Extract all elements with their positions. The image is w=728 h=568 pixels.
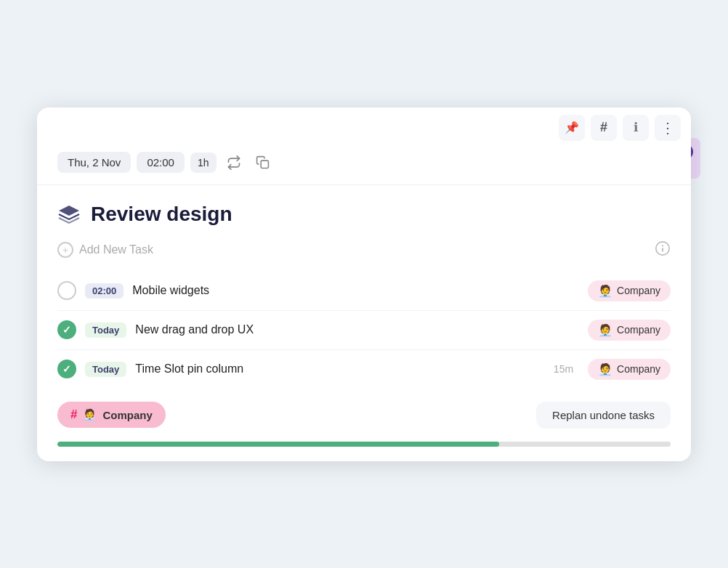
copy-button[interactable] — [251, 151, 275, 174]
more-button[interactable]: ⋮ — [655, 115, 681, 141]
company-emoji-3: 🧑‍💼 — [598, 362, 612, 376]
add-task-label: Add New Task — [79, 243, 153, 256]
progress-bar-fill — [57, 442, 499, 447]
toolbar: 📌 # ℹ ⋮ — [37, 107, 691, 144]
task-name-3: Time Slot pin column — [135, 362, 545, 376]
footer-emoji: 🧑‍💼 — [83, 408, 97, 421]
company-tag-2[interactable]: 🧑‍💼 Company — [588, 320, 671, 341]
task-checkbox-2[interactable] — [57, 320, 76, 339]
company-label-3: Company — [617, 363, 660, 375]
task-time-badge-1: 02:00 — [85, 283, 124, 299]
footer: # 🧑‍💼 Company Replan undone tasks — [37, 389, 691, 434]
task-name-1: Mobile widgets — [132, 284, 579, 297]
svg-marker-1 — [59, 206, 79, 216]
task-checkbox-1[interactable] — [57, 281, 76, 300]
event-card: 📌 # ℹ ⋮ Thu, 2 Nov 02:00 1h — [37, 107, 691, 461]
hash-icon: # — [600, 120, 607, 135]
footer-tag-label: Company — [102, 409, 152, 421]
svg-rect-0 — [261, 161, 268, 168]
time-badge[interactable]: 02:00 — [137, 152, 185, 173]
footer-hash-icon: # — [70, 407, 77, 422]
plus-circle-icon: + — [57, 242, 73, 258]
add-task-row: + Add New Task — [37, 238, 691, 272]
more-icon: ⋮ — [660, 119, 675, 137]
task-list: 02:00 Mobile widgets 🧑‍💼 Company Today N… — [37, 272, 691, 389]
progress-bar-container — [57, 442, 671, 447]
info-icon: ℹ — [634, 120, 638, 135]
company-tag-3[interactable]: 🧑‍💼 Company — [588, 359, 671, 380]
replan-button[interactable]: Replan undone tasks — [536, 402, 671, 429]
footer-tag[interactable]: # 🧑‍💼 Company — [57, 402, 166, 428]
company-emoji-2: 🧑‍💼 — [598, 323, 612, 337]
task-today-badge-3: Today — [85, 362, 126, 377]
task-name-2: New drag and drop UX — [135, 323, 579, 336]
layers-icon — [57, 203, 81, 226]
pin-icon: 📌 — [565, 121, 579, 134]
repeat-button[interactable] — [222, 151, 246, 174]
company-tag-1[interactable]: 🧑‍💼 Company — [588, 280, 671, 301]
task-checkbox-3[interactable] — [57, 360, 76, 378]
title-section: Review design — [37, 185, 691, 238]
company-label-2: Company — [617, 324, 660, 336]
task-duration-3: 15m — [554, 363, 573, 375]
task-item: 02:00 Mobile widgets 🧑‍💼 Company — [57, 272, 671, 311]
info-button[interactable]: ℹ — [623, 115, 649, 141]
company-emoji-1: 🧑‍💼 — [598, 284, 612, 298]
pin-button[interactable]: 📌 — [559, 115, 585, 141]
task-item-2: Today New drag and drop UX 🧑‍💼 Company — [57, 311, 671, 350]
event-title: Review design — [91, 203, 232, 226]
date-time-row: Thu, 2 Nov 02:00 1h — [37, 144, 691, 185]
add-task-button[interactable]: + Add New Task — [57, 242, 153, 258]
duration-badge[interactable]: 1h — [190, 153, 217, 173]
task-item-3: Today Time Slot pin column 15m 🧑‍💼 Compa… — [57, 350, 671, 389]
task-info-button[interactable] — [655, 240, 671, 260]
task-today-badge-2: Today — [85, 322, 126, 338]
date-badge[interactable]: Thu, 2 Nov — [57, 152, 131, 173]
company-label-1: Company — [617, 285, 660, 296]
hash-button[interactable]: # — [591, 115, 617, 141]
